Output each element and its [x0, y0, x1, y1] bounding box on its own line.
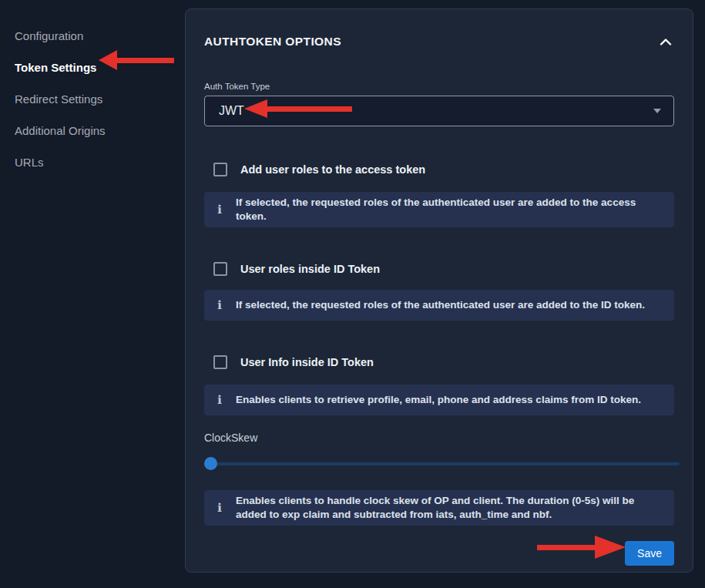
sidebar-item-redirect-settings[interactable]: Redirect Settings — [0, 83, 185, 115]
sidebar-item-label: URLs — [15, 156, 44, 169]
info-icon: ℹ — [215, 393, 224, 407]
checkbox-row-user-roles-id-token: User roles inside ID Token — [204, 262, 674, 276]
auth-token-type-value: JWT — [219, 104, 244, 118]
sidebar: Configuration Token Settings Redirect Se… — [0, 0, 185, 588]
checkbox-row-add-user-roles: Add user roles to the access token — [204, 163, 674, 176]
sidebar-item-configuration[interactable]: Configuration — [0, 20, 185, 52]
info-text: Enables clients to handle clock skew of … — [236, 494, 663, 522]
sidebar-item-label: Configuration — [15, 29, 83, 42]
info-box-add-user-roles: ℹ If selected, the requested roles of th… — [204, 192, 674, 227]
chevron-up-icon[interactable] — [657, 33, 674, 50]
panel-header: AUTHTOKEN OPTIONS — [204, 32, 674, 51]
clockskew-label: ClockSkew — [204, 432, 674, 445]
checkbox-row-user-info-id-token: User Info inside ID Token — [204, 355, 674, 369]
sidebar-item-urls[interactable]: URLs — [0, 146, 185, 178]
info-box-user-info-id-token: ℹ Enables clients to retrieve profile, e… — [204, 385, 674, 415]
info-text: Enables clients to retrieve profile, ema… — [236, 393, 641, 407]
checkbox-user-roles-id-token[interactable] — [213, 262, 227, 276]
sidebar-item-additional-origins[interactable]: Additional Origins — [0, 115, 185, 146]
clockskew-slider[interactable] — [204, 457, 674, 470]
token-settings-screen: Configuration Token Settings Redirect Se… — [0, 0, 705, 588]
sidebar-item-token-settings[interactable]: Token Settings — [0, 52, 185, 83]
authtoken-options-panel: AUTHTOKEN OPTIONS Auth Token Type JWT Ad… — [185, 8, 693, 573]
checkbox-label[interactable]: User roles inside ID Token — [240, 263, 380, 275]
auth-token-type-label: Auth Token Type — [204, 82, 674, 92]
sidebar-item-label: Additional Origins — [15, 124, 106, 137]
info-box-clockskew: ℹ Enables clients to handle clock skew o… — [204, 490, 674, 526]
checkbox-add-user-roles[interactable] — [213, 163, 227, 176]
checkbox-label[interactable]: User Info inside ID Token — [240, 356, 374, 368]
checkbox-user-info-id-token[interactable] — [213, 355, 227, 369]
info-text: If selected, the requested roles of the … — [236, 298, 645, 312]
info-icon: ℹ — [215, 501, 224, 515]
sidebar-item-label: Token Settings — [15, 61, 96, 74]
slider-track[interactable] — [204, 462, 680, 465]
checkbox-label[interactable]: Add user roles to the access token — [240, 163, 425, 176]
info-text: If selected, the requested roles of the … — [236, 196, 663, 223]
panel-actions: Save — [204, 541, 674, 566]
auth-token-type-select[interactable]: JWT — [204, 96, 674, 126]
info-box-user-roles-id-token: ℹ If selected, the requested roles of th… — [204, 290, 674, 321]
sidebar-item-label: Redirect Settings — [15, 92, 102, 106]
slider-thumb[interactable] — [204, 457, 217, 470]
info-icon: ℹ — [215, 298, 224, 312]
info-icon: ℹ — [215, 203, 224, 217]
main-content: AUTHTOKEN OPTIONS Auth Token Type JWT Ad… — [185, 0, 705, 588]
save-button[interactable]: Save — [625, 541, 674, 566]
caret-down-icon — [653, 109, 661, 113]
panel-title: AUTHTOKEN OPTIONS — [204, 35, 341, 49]
